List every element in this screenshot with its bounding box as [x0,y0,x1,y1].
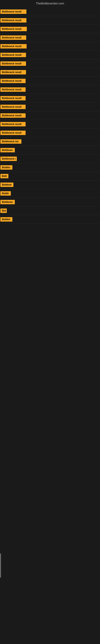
list-item: Bottleneck result [0,94,100,103]
list-item: Bottle [0,189,100,198]
bottleneck-bar[interactable]: Bottleneck result [0,44,27,48]
list-item: Bottleneck result [0,68,100,77]
site-title: TheBottlenecker.com [36,2,64,5]
bottleneck-bar[interactable]: Bottlen [0,217,12,222]
bottleneck-bar[interactable]: Bottleneck res [0,139,21,144]
cursor-line [0,554,1,578]
list-item: Bottleneck result [0,77,100,85]
bottleneck-bar[interactable]: Bottlene [0,182,13,187]
list-item: Bottlen [0,215,100,224]
list-item: Bottleneck result [0,51,100,59]
bottleneck-bar[interactable]: Bottlenec [0,148,15,152]
bottleneck-bar[interactable]: Bottleneck r [0,156,17,161]
bottleneck-bar[interactable]: Bottleneck result [0,130,26,135]
list-item: Bottleneck result [0,128,100,137]
bottleneck-bar[interactable]: Bottlen [0,165,12,170]
bottleneck-bar[interactable]: Bottleneck result [0,10,26,14]
bottleneck-bar[interactable]: Bot [0,208,7,213]
bottleneck-bar[interactable]: Bott [0,174,8,178]
bottleneck-bar[interactable]: Bottleneck result [0,70,26,74]
list-item: Bottlenec [0,198,100,206]
list-item: Bottleneck r [0,154,100,163]
list-item: Bottleneck result [0,8,100,16]
bottleneck-bar[interactable]: Bottleneck result [0,18,26,22]
bottleneck-bar[interactable]: Bottleneck result [0,105,26,109]
chart-area: TheBottlenecker.com Bottleneck resultBot… [0,0,100,224]
list-item: Bottlen [0,163,100,172]
bottleneck-bar[interactable]: Bottle [0,191,11,196]
bottleneck-bar[interactable]: Bottleneck result [0,53,26,57]
list-item: Bottleneck result [0,59,100,68]
list-item: Bottleneck res [0,137,100,146]
list-item: Bottleneck result [0,120,100,128]
bottleneck-bar[interactable]: Bottleneck result [0,87,26,92]
list-item: Bottleneck result [0,103,100,111]
list-item: Bottlene [0,180,100,189]
bottleneck-bar[interactable]: Bottleneck result [0,79,26,83]
bottleneck-bar[interactable]: Bottleneck result [0,27,27,31]
list-item: Bot [0,206,100,215]
list-item: Bottlenec [0,146,100,154]
list-item: Bottleneck result [0,25,100,34]
list-item: Bottleneck result [0,16,100,25]
list-item: Bott [0,172,100,180]
bottleneck-bar[interactable]: Bottlenec [0,200,15,204]
bottleneck-bar[interactable]: Bottleneck result [0,36,26,40]
list-item: Bottleneck result [0,111,100,120]
bottleneck-bar[interactable]: Bottleneck result [0,122,26,126]
bottleneck-bar[interactable]: Bottleneck result [0,62,26,66]
list-item: Bottleneck result [0,85,100,94]
bottleneck-bar[interactable]: Bottleneck result [0,96,26,100]
bottleneck-bar[interactable]: Bottleneck result [0,113,26,118]
list-item: Bottleneck result [0,42,100,51]
site-header: TheBottlenecker.com [0,0,100,8]
list-item: Bottleneck result [0,34,100,42]
